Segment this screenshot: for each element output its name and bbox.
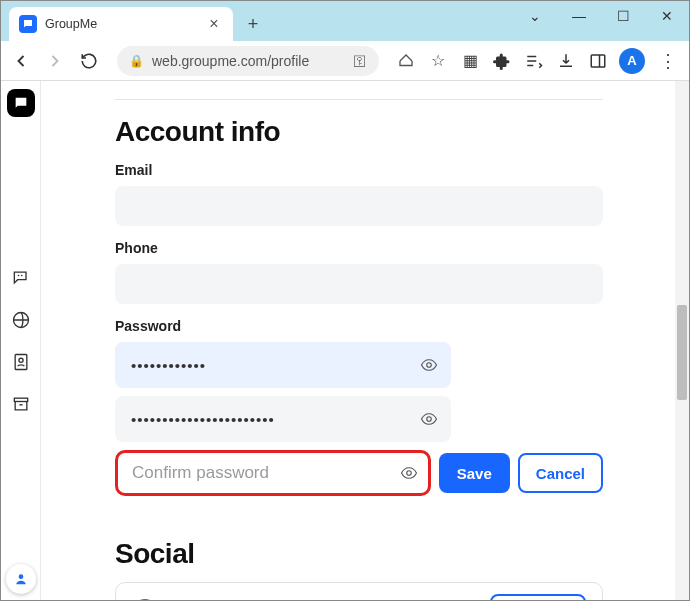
phone-label: Phone xyxy=(115,240,603,256)
new-password-input[interactable] xyxy=(115,396,451,442)
sidebar-chats-icon[interactable] xyxy=(1,257,41,299)
save-button[interactable]: Save xyxy=(439,453,510,493)
social-facebook-row: f Facebook Connect xyxy=(115,582,603,601)
downloads-icon[interactable] xyxy=(555,50,577,72)
forward-button xyxy=(43,49,67,73)
eye-icon[interactable] xyxy=(419,409,439,429)
new-tab-button[interactable]: + xyxy=(239,10,267,38)
sidebar-archive-icon[interactable] xyxy=(1,383,41,425)
tab-close-icon[interactable]: × xyxy=(205,15,223,33)
chevron-down-icon[interactable]: ⌄ xyxy=(513,1,557,31)
sidepanel-icon[interactable] xyxy=(587,50,609,72)
email-label: Email xyxy=(115,162,603,178)
cancel-button[interactable]: Cancel xyxy=(518,453,603,493)
svg-point-6 xyxy=(427,363,432,368)
browser-tab[interactable]: GroupMe × xyxy=(9,7,233,41)
social-heading: Social xyxy=(115,538,603,570)
share-icon[interactable] xyxy=(395,50,417,72)
url-text: web.groupme.com/profile xyxy=(152,53,345,69)
svg-rect-4 xyxy=(14,398,27,401)
eye-icon[interactable] xyxy=(419,355,439,375)
password-key-icon[interactable]: ⚿ xyxy=(353,53,367,69)
account-info-heading: Account info xyxy=(115,116,603,148)
scrollbar-thumb[interactable] xyxy=(677,305,687,400)
extensions-puzzle-icon[interactable] xyxy=(491,50,513,72)
profile-avatar-button[interactable]: A xyxy=(619,48,645,74)
sidebar-contacts-icon[interactable] xyxy=(1,341,41,383)
scrollbar-track[interactable] xyxy=(675,81,689,601)
connect-facebook-button[interactable]: Connect xyxy=(490,594,586,601)
svg-rect-0 xyxy=(591,55,605,67)
address-bar[interactable]: 🔒 web.groupme.com/profile ⚿ xyxy=(117,46,379,76)
groupme-favicon xyxy=(19,15,37,33)
phone-input[interactable] xyxy=(115,264,603,304)
confirm-password-input[interactable] xyxy=(115,450,431,496)
back-button[interactable] xyxy=(9,49,33,73)
bookmark-star-icon[interactable]: ☆ xyxy=(427,50,449,72)
lock-icon: 🔒 xyxy=(129,54,144,68)
svg-point-5 xyxy=(18,574,23,579)
extension-qr-icon[interactable]: ▦ xyxy=(459,50,481,72)
svg-point-7 xyxy=(427,417,432,422)
eye-icon[interactable] xyxy=(399,463,419,483)
window-minimize-button[interactable]: — xyxy=(557,1,601,31)
playlist-icon[interactable] xyxy=(523,50,545,72)
app-sidebar xyxy=(1,81,41,601)
chrome-menu-button[interactable]: ⋮ xyxy=(655,50,681,72)
email-input[interactable] xyxy=(115,186,603,226)
window-titlebar: GroupMe × + ⌄ — ☐ ✕ xyxy=(1,1,689,41)
svg-point-3 xyxy=(18,358,22,362)
current-password-input[interactable] xyxy=(115,342,451,388)
password-label: Password xyxy=(115,318,603,334)
browser-toolbar: 🔒 web.groupme.com/profile ⚿ ☆ ▦ A ⋮ xyxy=(1,41,689,81)
window-close-button[interactable]: ✕ xyxy=(645,1,689,31)
reload-button[interactable] xyxy=(77,49,101,73)
svg-point-8 xyxy=(407,471,412,476)
tab-title: GroupMe xyxy=(45,17,197,31)
groupme-logo[interactable] xyxy=(7,89,35,117)
window-maximize-button[interactable]: ☐ xyxy=(601,1,645,31)
sidebar-user-badge[interactable] xyxy=(6,564,36,594)
sidebar-discover-icon[interactable] xyxy=(1,299,41,341)
